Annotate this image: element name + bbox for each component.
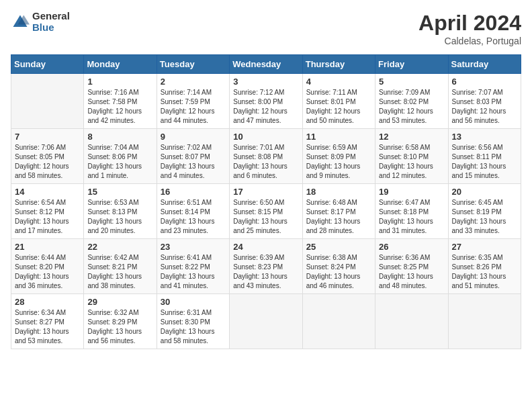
page-header: General Blue April 2024 Caldelas, Portug…: [11, 11, 521, 46]
day-info: Sunrise: 6:41 AMSunset: 8:22 PMDaylight:…: [161, 253, 226, 291]
day-number: 17: [233, 187, 298, 197]
calendar-cell: 29Sunrise: 6:32 AMSunset: 8:29 PMDayligh…: [84, 294, 157, 349]
day-number: 7: [15, 132, 80, 142]
day-number: 30: [161, 297, 226, 307]
logo-general: General: [32, 11, 70, 22]
day-info: Sunrise: 6:48 AMSunset: 8:17 PMDaylight:…: [306, 198, 371, 236]
calendar-cell: 2Sunrise: 7:14 AMSunset: 7:59 PMDaylight…: [157, 74, 229, 129]
day-number: 11: [306, 132, 371, 142]
day-number: 6: [452, 77, 517, 87]
day-number: 2: [161, 77, 226, 87]
title-area: April 2024 Caldelas, Portugal: [418, 11, 521, 46]
calendar-cell: 3Sunrise: 7:12 AMSunset: 8:00 PMDaylight…: [230, 74, 302, 129]
day-info: Sunrise: 6:36 AMSunset: 8:25 PMDaylight:…: [379, 253, 444, 291]
day-number: 1: [87, 77, 152, 87]
calendar-cell: 30Sunrise: 6:31 AMSunset: 8:30 PMDayligh…: [157, 294, 229, 349]
calendar-cell: 18Sunrise: 6:48 AMSunset: 8:17 PMDayligh…: [302, 184, 375, 239]
day-info: Sunrise: 6:38 AMSunset: 8:24 PMDaylight:…: [306, 253, 371, 291]
day-number: 21: [15, 242, 80, 252]
day-number: 16: [161, 187, 226, 197]
day-info: Sunrise: 6:31 AMSunset: 8:30 PMDaylight:…: [161, 308, 226, 346]
calendar-cell: 10Sunrise: 7:01 AMSunset: 8:08 PMDayligh…: [230, 129, 302, 184]
calendar-week-row: 28Sunrise: 6:34 AMSunset: 8:27 PMDayligh…: [11, 294, 521, 349]
day-number: 4: [306, 77, 371, 87]
calendar-cell: 9Sunrise: 7:02 AMSunset: 8:07 PMDaylight…: [157, 129, 229, 184]
calendar-cell: [230, 294, 302, 349]
day-number: 24: [233, 242, 298, 252]
day-info: Sunrise: 6:34 AMSunset: 8:27 PMDaylight:…: [15, 308, 80, 346]
day-number: 28: [15, 297, 80, 307]
day-number: 19: [379, 187, 444, 197]
day-number: 12: [379, 132, 444, 142]
day-info: Sunrise: 6:51 AMSunset: 8:14 PMDaylight:…: [161, 198, 226, 236]
day-number: 15: [87, 187, 152, 197]
calendar-week-row: 7Sunrise: 7:06 AMSunset: 8:05 PMDaylight…: [11, 129, 521, 184]
calendar-cell: 27Sunrise: 6:35 AMSunset: 8:26 PMDayligh…: [448, 239, 521, 294]
day-info: Sunrise: 7:04 AMSunset: 8:06 PMDaylight:…: [87, 143, 152, 181]
calendar-cell: 21Sunrise: 6:44 AMSunset: 8:20 PMDayligh…: [11, 239, 84, 294]
day-number: 18: [306, 187, 371, 197]
calendar-cell: 19Sunrise: 6:47 AMSunset: 8:18 PMDayligh…: [375, 184, 448, 239]
day-info: Sunrise: 6:42 AMSunset: 8:21 PMDaylight:…: [87, 253, 152, 291]
weekday-header: Wednesday: [230, 55, 302, 74]
day-number: 13: [452, 132, 517, 142]
calendar-cell: 14Sunrise: 6:54 AMSunset: 8:12 PMDayligh…: [11, 184, 84, 239]
calendar-week-row: 14Sunrise: 6:54 AMSunset: 8:12 PMDayligh…: [11, 184, 521, 239]
day-number: 27: [452, 242, 517, 252]
calendar-cell: 6Sunrise: 7:07 AMSunset: 8:03 PMDaylight…: [448, 74, 521, 129]
calendar-table: SundayMondayTuesdayWednesdayThursdayFrid…: [11, 54, 521, 349]
calendar-cell: 4Sunrise: 7:11 AMSunset: 8:01 PMDaylight…: [302, 74, 375, 129]
logo-text: General Blue: [32, 11, 70, 33]
calendar-week-row: 21Sunrise: 6:44 AMSunset: 8:20 PMDayligh…: [11, 239, 521, 294]
day-info: Sunrise: 6:44 AMSunset: 8:20 PMDaylight:…: [15, 253, 80, 291]
day-info: Sunrise: 7:14 AMSunset: 7:59 PMDaylight:…: [161, 88, 226, 126]
day-number: 9: [161, 132, 226, 142]
logo-blue: Blue: [32, 22, 70, 34]
calendar-cell: 15Sunrise: 6:53 AMSunset: 8:13 PMDayligh…: [84, 184, 157, 239]
day-info: Sunrise: 7:06 AMSunset: 8:05 PMDaylight:…: [15, 143, 80, 181]
logo: General Blue: [11, 11, 70, 33]
day-info: Sunrise: 7:12 AMSunset: 8:00 PMDaylight:…: [233, 88, 298, 126]
day-info: Sunrise: 7:09 AMSunset: 8:02 PMDaylight:…: [379, 88, 444, 126]
calendar-cell: 22Sunrise: 6:42 AMSunset: 8:21 PMDayligh…: [84, 239, 157, 294]
day-info: Sunrise: 7:01 AMSunset: 8:08 PMDaylight:…: [233, 143, 298, 181]
day-info: Sunrise: 6:45 AMSunset: 8:19 PMDaylight:…: [452, 198, 517, 236]
calendar-cell: 25Sunrise: 6:38 AMSunset: 8:24 PMDayligh…: [302, 239, 375, 294]
calendar-cell: 16Sunrise: 6:51 AMSunset: 8:14 PMDayligh…: [157, 184, 229, 239]
day-number: 22: [87, 242, 152, 252]
day-info: Sunrise: 6:35 AMSunset: 8:26 PMDaylight:…: [452, 253, 517, 291]
calendar-cell: 7Sunrise: 7:06 AMSunset: 8:05 PMDaylight…: [11, 129, 84, 184]
day-info: Sunrise: 6:56 AMSunset: 8:11 PMDaylight:…: [452, 143, 517, 181]
calendar-cell: 1Sunrise: 7:16 AMSunset: 7:58 PMDaylight…: [84, 74, 157, 129]
calendar-week-row: 1Sunrise: 7:16 AMSunset: 7:58 PMDaylight…: [11, 74, 521, 129]
day-number: 20: [452, 187, 517, 197]
weekday-header-row: SundayMondayTuesdayWednesdayThursdayFrid…: [11, 55, 521, 74]
day-number: 23: [161, 242, 226, 252]
day-info: Sunrise: 6:59 AMSunset: 8:09 PMDaylight:…: [306, 143, 371, 181]
month-title: April 2024: [418, 11, 521, 36]
location-title: Caldelas, Portugal: [418, 36, 521, 46]
day-number: 8: [87, 132, 152, 142]
weekday-header: Saturday: [448, 55, 521, 74]
day-number: 26: [379, 242, 444, 252]
day-info: Sunrise: 6:53 AMSunset: 8:13 PMDaylight:…: [87, 198, 152, 236]
day-info: Sunrise: 6:58 AMSunset: 8:10 PMDaylight:…: [379, 143, 444, 181]
calendar-cell: [375, 294, 448, 349]
day-number: 25: [306, 242, 371, 252]
day-number: 29: [87, 297, 152, 307]
calendar-cell: 26Sunrise: 6:36 AMSunset: 8:25 PMDayligh…: [375, 239, 448, 294]
weekday-header: Tuesday: [157, 55, 229, 74]
day-info: Sunrise: 6:47 AMSunset: 8:18 PMDaylight:…: [379, 198, 444, 236]
weekday-header: Thursday: [302, 55, 375, 74]
day-number: 10: [233, 132, 298, 142]
calendar-cell: 17Sunrise: 6:50 AMSunset: 8:15 PMDayligh…: [230, 184, 302, 239]
day-info: Sunrise: 7:16 AMSunset: 7:58 PMDaylight:…: [87, 88, 152, 126]
weekday-header: Monday: [84, 55, 157, 74]
day-info: Sunrise: 6:50 AMSunset: 8:15 PMDaylight:…: [233, 198, 298, 236]
day-info: Sunrise: 6:54 AMSunset: 8:12 PMDaylight:…: [15, 198, 80, 236]
calendar-cell: 24Sunrise: 6:39 AMSunset: 8:23 PMDayligh…: [230, 239, 302, 294]
calendar-cell: [11, 74, 84, 129]
calendar-cell: 12Sunrise: 6:58 AMSunset: 8:10 PMDayligh…: [375, 129, 448, 184]
calendar-cell: 23Sunrise: 6:41 AMSunset: 8:22 PMDayligh…: [157, 239, 229, 294]
day-info: Sunrise: 6:39 AMSunset: 8:23 PMDaylight:…: [233, 253, 298, 291]
